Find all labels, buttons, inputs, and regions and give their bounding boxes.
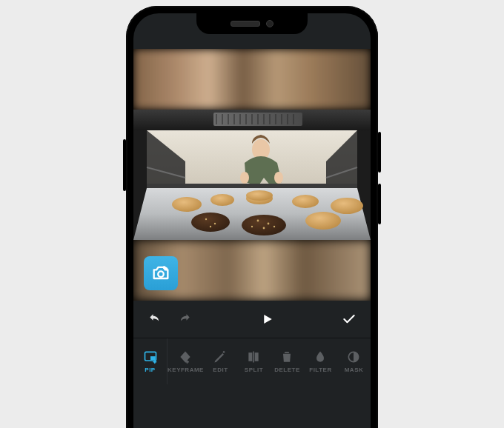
svg-point-31 — [246, 190, 273, 201]
pencil-icon — [213, 350, 228, 364]
mask-circle-icon — [346, 350, 361, 364]
tool-keyframe[interactable]: KEYFRAME — [167, 338, 204, 384]
svg-point-29 — [210, 194, 234, 206]
tool-mask[interactable]: MASK — [337, 338, 371, 384]
tool-label: FILTER — [309, 367, 331, 373]
svg-point-34 — [191, 213, 230, 232]
svg-point-32 — [292, 195, 319, 208]
svg-rect-49 — [249, 352, 253, 361]
tool-label: DELETE — [274, 367, 300, 373]
svg-point-45 — [158, 271, 163, 276]
svg-point-36 — [305, 212, 341, 230]
svg-rect-48 — [150, 356, 156, 360]
tool-filter[interactable]: FILTER — [304, 338, 337, 384]
playback-controls — [133, 301, 371, 338]
tool-label: MASK — [345, 367, 364, 373]
svg-point-39 — [263, 227, 265, 230]
phone-frame: PIP KEYFRAME EDIT SPLIT DELETE — [126, 6, 378, 428]
svg-point-41 — [251, 226, 253, 227]
redo-button[interactable] — [175, 310, 194, 329]
svg-point-24 — [240, 172, 249, 184]
svg-point-38 — [268, 223, 270, 225]
tool-split[interactable]: SPLIT — [237, 338, 271, 384]
svg-rect-50 — [255, 352, 259, 361]
confirm-button[interactable] — [339, 310, 359, 329]
keyframe-icon — [178, 350, 193, 364]
play-icon — [260, 312, 273, 326]
svg-point-43 — [214, 223, 216, 224]
svg-point-33 — [331, 198, 363, 214]
video-preview[interactable] — [133, 49, 371, 301]
tool-edit[interactable]: EDIT — [204, 338, 237, 384]
tool-delete[interactable]: DELETE — [271, 338, 304, 384]
edit-toolbar: PIP KEYFRAME EDIT SPLIT DELETE — [133, 338, 371, 384]
tool-label: PIP — [145, 367, 155, 373]
svg-point-25 — [274, 172, 283, 184]
filter-drop-icon — [313, 350, 328, 364]
split-icon — [246, 350, 261, 364]
tool-label: SPLIT — [245, 367, 263, 373]
trash-icon — [279, 350, 294, 364]
svg-point-35 — [242, 215, 286, 235]
tool-label: EDIT — [213, 367, 228, 373]
svg-marker-27 — [147, 184, 357, 188]
device-notch — [196, 13, 308, 34]
pip-add-icon — [143, 350, 158, 364]
svg-point-44 — [210, 226, 211, 227]
undo-icon — [147, 312, 162, 327]
svg-point-28 — [172, 197, 202, 212]
app-screen: PIP KEYFRAME EDIT SPLIT DELETE — [133, 13, 371, 428]
tool-label: KEYFRAME — [168, 367, 204, 373]
svg-point-37 — [257, 220, 259, 222]
play-button[interactable] — [257, 310, 276, 329]
check-icon — [342, 312, 357, 327]
undo-button[interactable] — [145, 310, 165, 329]
svg-point-42 — [205, 218, 207, 220]
letterbox-top — [133, 49, 371, 110]
svg-rect-51 — [253, 352, 255, 363]
redo-icon — [177, 312, 192, 327]
watermark-badge[interactable] — [144, 256, 178, 290]
camera-eraser-icon — [150, 263, 171, 284]
preview-frame — [133, 110, 371, 240]
tool-pip[interactable]: PIP — [133, 338, 167, 384]
svg-point-40 — [273, 226, 275, 227]
